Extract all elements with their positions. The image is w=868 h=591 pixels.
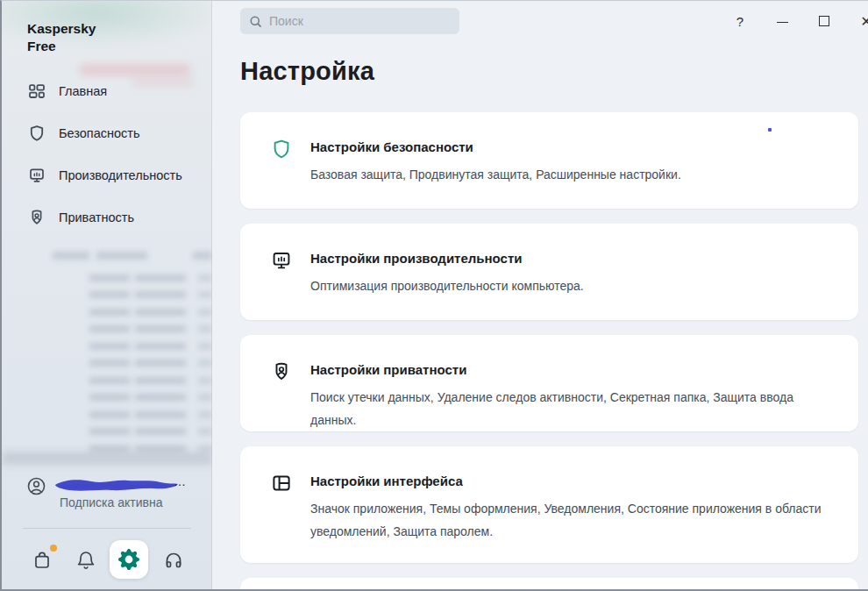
shopping-bag-icon[interactable] — [32, 550, 53, 571]
redacted-name-ellipsis: … — [174, 474, 187, 488]
page-title: Настройка — [240, 57, 374, 86]
sidebar-item-security[interactable]: Безопасность — [2, 112, 212, 154]
sidebar-blur-artifact — [96, 252, 147, 260]
privacy-shield-icon — [28, 209, 46, 226]
sidebar-blur-artifact — [2, 452, 212, 465]
sidebar-nav: Главная Безопасность Про — [2, 70, 212, 239]
sidebar: Kaspersky Free Главная — [2, 1, 212, 589]
privacy-shield-icon — [271, 361, 292, 382]
shield-icon — [271, 139, 292, 160]
card-description: Значок приложения, Темы оформления, Увед… — [310, 497, 836, 543]
gear-icon — [118, 549, 139, 570]
close-button[interactable]: ✕ — [855, 10, 868, 32]
main-content: ? ✕ Настройка Настройки безопасности Баз… — [212, 1, 868, 589]
card-partially-visible[interactable] — [240, 578, 858, 590]
card-interface-settings[interactable]: Настройки интерфейса Значок приложения, … — [240, 446, 858, 563]
sidebar-blur-artifact — [135, 274, 186, 452]
card-description: Поиск утечки данных, Удаление следов акт… — [310, 386, 836, 431]
sidebar-blur-artifact — [89, 274, 130, 452]
monitor-icon — [271, 250, 292, 271]
monitor-icon — [28, 167, 46, 184]
sidebar-item-label: Безопасность — [59, 126, 140, 140]
minimize-icon — [777, 22, 788, 23]
sidebar-blur-artifact — [198, 274, 212, 452]
app-logo-line1: Kaspersky — [27, 20, 96, 38]
search-input[interactable] — [269, 14, 451, 28]
sidebar-blur-artifact — [193, 252, 212, 260]
bell-icon[interactable] — [75, 550, 96, 571]
user-avatar-icon — [26, 476, 46, 496]
sidebar-blur-artifact — [53, 252, 89, 260]
card-title: Настройки приватности — [310, 362, 466, 377]
card-description: Базовая защита, Продвинутая защита, Расш… — [310, 163, 681, 186]
headphones-icon[interactable] — [163, 550, 184, 571]
dashboard-icon — [28, 82, 46, 100]
stray-ink-dot — [768, 128, 772, 132]
maximize-icon — [819, 16, 829, 26]
settings-card-list: Настройки безопасности Базовая защита, П… — [240, 112, 858, 590]
card-title: Настройки интерфейса — [310, 474, 463, 488]
sidebar-item-label: Производительность — [59, 168, 182, 182]
sidebar-item-privacy[interactable]: Приватность — [2, 196, 212, 239]
redacted-account-name — [52, 475, 181, 495]
sidebar-item-label: Главная — [59, 84, 107, 98]
sidebar-bottom-bar — [2, 538, 212, 582]
search-icon — [249, 15, 262, 28]
card-title: Настройки безопасности — [310, 139, 473, 154]
maximize-button[interactable] — [813, 10, 836, 32]
minimize-button[interactable] — [771, 10, 793, 32]
card-title: Настройки производительности — [310, 251, 522, 266]
notification-badge-dot — [50, 545, 57, 552]
shield-icon — [28, 125, 46, 142]
layout-icon — [271, 473, 292, 494]
kaspersky-app-window: Kaspersky Free Главная — [0, 0, 868, 591]
card-performance-settings[interactable]: Настройки производительности Оптимизация… — [240, 224, 858, 320]
help-button[interactable]: ? — [729, 10, 751, 32]
account-section[interactable]: … Подписка активна — [2, 473, 212, 518]
app-logo-line2: Free — [27, 38, 96, 55]
sidebar-item-performance[interactable]: Производительность — [2, 154, 212, 196]
settings-gear-button-active[interactable] — [110, 540, 148, 579]
sidebar-divider — [23, 528, 191, 529]
sidebar-item-home[interactable]: Главная — [2, 70, 212, 112]
app-logo: Kaspersky Free — [27, 20, 96, 55]
search-bar[interactable] — [240, 8, 459, 34]
subscription-status: Подписка активна — [60, 495, 162, 509]
sidebar-item-label: Приватность — [59, 210, 134, 224]
card-description: Оптимизация производительности компьютер… — [310, 274, 584, 297]
card-privacy-settings[interactable]: Настройки приватности Поиск утечки данны… — [240, 335, 858, 431]
card-security-settings[interactable]: Настройки безопасности Базовая защита, П… — [240, 112, 858, 209]
